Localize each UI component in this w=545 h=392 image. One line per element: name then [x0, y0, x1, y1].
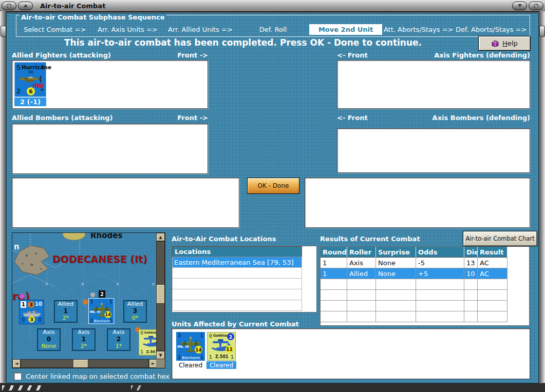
tile-note: None — [42, 343, 57, 350]
result-cell-selected[interactable]: Allied — [347, 268, 376, 279]
hex-center-mark: x — [152, 281, 155, 286]
blenheim-counter-map-wrap[interactable]: 3 1 Mk. IV 14 2 — [88, 298, 114, 324]
scroll-up-button[interactable]: ▲ — [156, 233, 165, 241]
result-cell-empty — [321, 311, 347, 322]
result-cell-selected[interactable]: +5 — [416, 268, 464, 279]
gabbiano-type: Z.501 — [215, 355, 229, 359]
shade-icon[interactable] — [18, 2, 33, 10]
result-cell-empty — [321, 279, 347, 290]
allied-bombers-box[interactable] — [12, 124, 208, 174]
window-border-bottom[interactable] — [0, 383, 545, 392]
gabbiano-plane-art — [141, 336, 158, 349]
ok-done-button[interactable]: OK - Done — [247, 178, 299, 194]
result-cell[interactable]: Axis — [347, 258, 376, 268]
subphase-step-select-combat: Select Combat => — [18, 24, 91, 35]
hurricane-name: Hurricane — [22, 65, 51, 70]
allied-aborts-box[interactable] — [12, 178, 239, 228]
axis-fighters-box[interactable] — [337, 60, 530, 109]
result-cell-empty — [416, 301, 464, 311]
result-cell-selected[interactable]: None — [376, 268, 416, 279]
blenheim-status-label[interactable]: Cleared — [176, 361, 205, 369]
result-cell-selected[interactable]: 10 — [464, 268, 478, 279]
locations-table: Locations Eastern Mediterranean Sea [79,… — [172, 246, 302, 311]
hurricane-move-value: 5 — [16, 64, 21, 71]
tile-note: 0* — [132, 315, 139, 322]
vertical-scroll-thumb[interactable] — [156, 284, 165, 304]
summary-tile-axis-2: Axis 2 1* — [107, 328, 130, 351]
gabbiano-counter-map[interactable]: 0 Gabbiano 1 Z.501 — [139, 329, 157, 355]
result-cell[interactable]: AC — [478, 258, 508, 268]
window-border-left[interactable] — [0, 11, 6, 383]
gabbiano-counter-map-wrap[interactable]: 0 Gabbiano 1 Z.501 — [139, 329, 157, 355]
result-cell[interactable]: -5 — [416, 258, 464, 268]
center-map-checkbox-label: Center linked map on selected combat hex — [26, 373, 170, 380]
summary-tile-axis-0: Axis 0 None — [37, 328, 61, 351]
gray-marker-dot — [90, 292, 95, 297]
map-viewport[interactable]: Rhodes DODECANESE (It) n re) x x x x 2 1… — [12, 233, 157, 359]
result-cell-selected[interactable]: 1 — [321, 268, 347, 279]
result-cell-empty — [376, 279, 416, 290]
blenheim-mark: Mk. IV — [177, 345, 189, 349]
hex-center-mark: x — [116, 281, 119, 286]
hurricane-counter[interactable]: 5 Hurricane * XII IND 2 6 * — [14, 62, 46, 97]
blenheim-counter[interactable]: 3 1 Mk. IV 14 2 Blenheim 1 — [176, 332, 205, 361]
help-button-label: Help — [502, 40, 518, 47]
scroll-down-button[interactable]: ▼ — [156, 351, 165, 359]
result-cell[interactable]: None — [376, 258, 416, 268]
result-cell-selected[interactable]: AC — [478, 268, 508, 279]
center-map-checkbox[interactable] — [14, 373, 22, 380]
subphase-step-att-aborts: Att. Aborts/Stays => — [382, 24, 455, 35]
front-arrow-left-1: <- Front — [337, 51, 368, 59]
subphase-step-def-aborts: Def. Aborts/Stays => — [455, 24, 528, 35]
location-row-empty — [172, 300, 302, 311]
front-arrow-right-2: Front -> — [177, 114, 208, 122]
tile-count: 1 — [82, 336, 86, 343]
scroll-left-button[interactable]: ◄ — [12, 359, 21, 368]
hurricane-tactical-value: 2 — [16, 88, 21, 94]
gabbiano-bottom-left: 1 — [141, 349, 143, 354]
help-button[interactable]: Help — [478, 36, 531, 51]
map-horizontal-scrollbar[interactable]: ◄ ► — [12, 359, 157, 368]
window-border-right[interactable] — [539, 11, 545, 383]
hurricane-star-top: * — [41, 64, 44, 70]
resize-grip[interactable] — [2, 385, 42, 390]
blenheim-counter-map[interactable]: 3 1 Mk. IV 14 2 — [88, 298, 114, 324]
hurricane-star-bottom: * — [41, 88, 44, 94]
tile-note: 2* — [81, 343, 87, 350]
result-cell[interactable]: 13 — [464, 258, 478, 268]
result-cell-empty — [464, 290, 478, 301]
front-arrow-right-1: Front -> — [177, 51, 208, 59]
blenheim-mark: Mk. IV — [90, 310, 101, 313]
triangle-down-icon — [517, 3, 523, 8]
gabbiano-top-left: 0 — [209, 334, 212, 339]
location-row-selected[interactable]: Eastern Mediterranean Sea [79, 53] — [172, 257, 302, 268]
blenheim-bottom-left: 2 — [90, 318, 93, 323]
axis-aborts-box[interactable] — [305, 178, 530, 228]
results-listbox: Round Roller Surprise Odds Die Result 1 … — [320, 246, 530, 326]
allied-fighters-box[interactable]: 5 Hurricane * XII IND 2 6 * 2 (-1) — [12, 60, 208, 109]
summary-tile-axis-1: Axis 1 2* — [72, 328, 96, 351]
minimize-icon[interactable] — [512, 2, 527, 10]
tile-note: 2* — [63, 315, 69, 322]
close-icon[interactable] — [529, 2, 543, 10]
axis-bombers-box[interactable] — [337, 128, 530, 173]
subphase-group-title: Air-to-air Combat Subphase Sequence — [20, 14, 166, 21]
circle-slash-icon — [6, 3, 12, 9]
horizontal-scroll-thumb[interactable] — [73, 359, 88, 368]
tile-count: 2 — [117, 336, 121, 343]
window-title: Air-to-air Combat — [40, 2, 105, 10]
gabbiano-counter[interactable]: 0 Gabbiano 2 11 1 Z.501 1 — [207, 332, 236, 361]
gabbiano-name: Gabbiano — [144, 331, 157, 335]
tile-count: 0 — [47, 336, 51, 343]
front-arrow-left-2: <- Front — [337, 114, 368, 122]
gabbiano-status-label[interactable]: Cleared — [206, 361, 236, 369]
result-cell[interactable]: 1 — [321, 258, 347, 268]
gabbiano-bottom-right: 1 — [231, 355, 234, 360]
blenheim-bottom-left: 2 — [178, 355, 181, 360]
combat-chart-button[interactable]: Air-to-air Combat Chart — [463, 231, 537, 246]
map-vertical-scrollbar[interactable]: ▲ ▼ — [156, 233, 165, 359]
system-menu-icon[interactable] — [2, 2, 16, 10]
ship-counter[interactable]: 1 3 10 0 3 0 — [19, 300, 44, 324]
titlebar[interactable]: Air-to-air Combat — [0, 0, 545, 12]
units-affected-box: 3 1 Mk. IV 14 2 Blenheim 1 Cleared — [172, 328, 530, 379]
